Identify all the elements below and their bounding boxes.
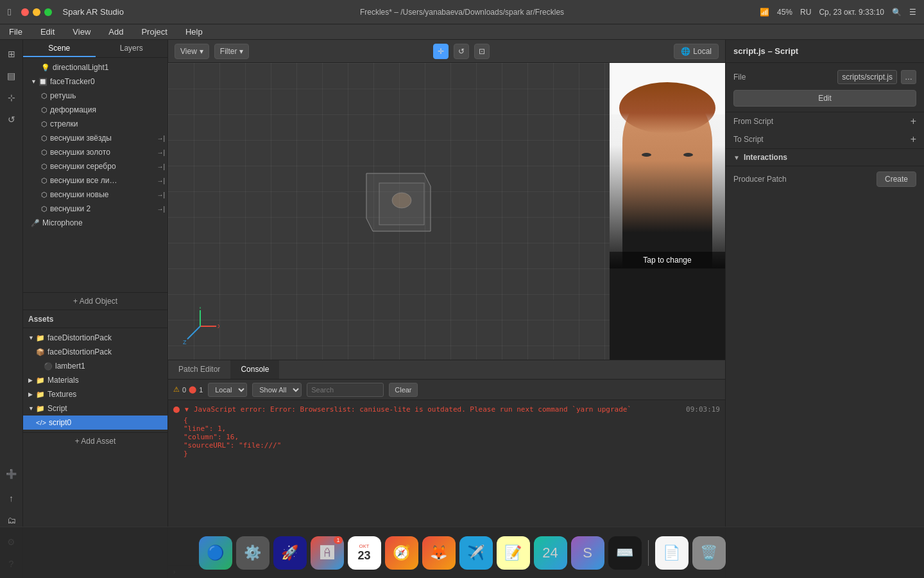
folder-icon: 📁: [36, 334, 45, 342]
item-icon: ⬡: [41, 148, 47, 157]
menu-icon[interactable]: ☰: [909, 8, 916, 17]
traffic-lights[interactable]: [21, 8, 52, 16]
dock-safari[interactable]: 🧭: [385, 536, 418, 570]
dock-calendar[interactable]: ОКТ 23: [348, 536, 381, 570]
tree-item-freckles-all[interactable]: ⬡ веснушки все ли… →|: [23, 173, 167, 188]
tree-item-freckles-stars[interactable]: ⬡ веснушки звёзды →|: [23, 131, 167, 145]
tap-to-change-overlay[interactable]: Tap to change: [610, 252, 725, 268]
menu-view[interactable]: View: [69, 26, 94, 38]
dock-app-24[interactable]: 24: [534, 536, 567, 570]
item-icon: ⬡: [41, 134, 47, 143]
package-icon: 📦: [36, 348, 45, 356]
sidebar-nodes-icon[interactable]: ⊹: [3, 89, 21, 107]
tree-item-freckles-new[interactable]: ⬡ веснушки новые →|: [23, 188, 167, 202]
tree-item-facetracker0[interactable]: ▼ 🔲 faceTracker0: [23, 74, 167, 89]
search-icon[interactable]: 🔍: [892, 8, 902, 17]
dock-trash[interactable]: 🗑️: [692, 536, 726, 570]
right-panel: script.js – Script File scripts/script.j…: [725, 40, 924, 578]
expand-arrow-icon: ▼: [28, 335, 36, 341]
add-asset-button[interactable]: + Add Asset: [75, 437, 116, 446]
item-icon: ⬡: [41, 191, 47, 199]
dock-system-prefs[interactable]: ⚙️: [236, 536, 270, 570]
sidebar-assets-icon[interactable]: ↺: [3, 110, 21, 128]
wifi-icon: 📶: [760, 8, 769, 17]
local-button[interactable]: 🌐 Local: [674, 44, 719, 59]
tab-patch-editor[interactable]: Patch Editor: [168, 360, 230, 379]
asset-textures[interactable]: ▶ 📁 Textures: [23, 387, 167, 401]
tree-item-retush[interactable]: ⬡ ретушь: [23, 89, 167, 103]
create-button[interactable]: Create: [877, 171, 916, 187]
menu-edit[interactable]: Edit: [37, 26, 58, 38]
dock-firefox[interactable]: 🦊: [422, 536, 456, 570]
asset-materials[interactable]: ▶ 📁 Materials: [23, 373, 167, 387]
filter-dropdown[interactable]: Filter ▾: [214, 44, 250, 59]
expand-error-arrow[interactable]: ▼: [184, 406, 190, 414]
tab-console[interactable]: Console: [230, 360, 279, 379]
sidebar-grid-icon[interactable]: ⊞: [3, 45, 21, 63]
file-browse-button[interactable]: …: [901, 70, 916, 84]
show-all-dropdown[interactable]: Show All: [252, 383, 302, 397]
fullscreen-button[interactable]: [44, 8, 52, 16]
3d-viewport[interactable]: X Y Z: [168, 63, 610, 360]
asset-facedistortion-pack[interactable]: ▼ 📁 faceDistortionPack: [23, 331, 167, 345]
clear-button[interactable]: Clear: [389, 383, 417, 397]
from-script-add-button[interactable]: +: [911, 116, 916, 127]
dock-notes[interactable]: 📝: [497, 536, 530, 570]
move-tool-button[interactable]: ✛: [433, 44, 449, 59]
dock-spark[interactable]: S: [571, 536, 604, 570]
view-dropdown[interactable]: View ▾: [175, 44, 209, 59]
light-icon: 💡: [41, 64, 50, 72]
to-script-add-button[interactable]: +: [911, 134, 916, 145]
edit-button[interactable]: Edit: [733, 90, 916, 107]
tree-item-deformaciya[interactable]: ⬡ деформация: [23, 103, 167, 117]
menu-file[interactable]: File: [5, 26, 26, 38]
dock-app-store[interactable]: 🅰 1: [311, 536, 344, 570]
rotate-tool-button[interactable]: ↺: [454, 44, 469, 59]
asset-script0[interactable]: </> script0: [23, 416, 167, 430]
console-search-input[interactable]: [307, 383, 384, 397]
title-bar-right: 📶 45% RU Ср, 23 окт. 9:33:10 🔍 ☰: [760, 8, 916, 17]
tree-item-freckles-2[interactable]: ⬡ веснушки 2 →|: [23, 202, 167, 216]
menu-project[interactable]: Project: [137, 26, 171, 38]
item-icon: ⬡: [41, 120, 47, 128]
tree-item-microphone[interactable]: 🎤 Microphone: [23, 216, 167, 230]
tree-item-freckles-gold[interactable]: ⬡ веснушки золото →|: [23, 145, 167, 159]
dock-terminal[interactable]: ⌨️: [608, 536, 642, 570]
asset-lambert1[interactable]: ⚫ lambert1: [23, 359, 167, 373]
tree-item-strelki[interactable]: ⬡ стрелки: [23, 117, 167, 131]
file-path-value: scripts/script.js: [837, 70, 897, 84]
microphone-icon: 🎤: [31, 219, 40, 227]
tab-scene[interactable]: Scene: [23, 40, 96, 57]
tab-layers[interactable]: Layers: [96, 40, 168, 57]
dock-launchpad[interactable]: 🚀: [273, 536, 307, 570]
scale-tool-button[interactable]: ⊡: [474, 44, 490, 59]
local-filter-dropdown[interactable]: Local: [208, 383, 247, 397]
sidebar-up-icon[interactable]: ↑: [3, 489, 21, 507]
sidebar-layers-icon[interactable]: ▤: [3, 67, 21, 85]
asset-script-folder[interactable]: ▼ 📁 Script: [23, 401, 167, 416]
menu-bar: File Edit View Add Project Help: [0, 24, 924, 40]
right-panel-header: script.js – Script: [726, 40, 924, 63]
sidebar-add-icon[interactable]: ➕: [3, 468, 21, 486]
add-object-button[interactable]: + Add Object: [73, 297, 117, 306]
scene-object: [354, 167, 443, 246]
minimize-button[interactable]: [33, 8, 40, 16]
tree-item-freckles-silver[interactable]: ⬡ веснушки серебро →|: [23, 159, 167, 173]
dock-telegram[interactable]: ✈️: [459, 536, 493, 570]
dock-documents[interactable]: 📄: [655, 536, 689, 570]
dock-finder[interactable]: 🔵: [199, 536, 232, 570]
menu-help[interactable]: Help: [182, 26, 207, 38]
menu-add[interactable]: Add: [105, 26, 127, 38]
interactions-header[interactable]: ▼ Interactions: [726, 148, 924, 166]
to-script-label: To Script: [733, 135, 764, 144]
close-button[interactable]: [21, 8, 29, 16]
console-toolbar: ⚠ 0 ⬤ 1 Local Show All Clear: [168, 380, 725, 400]
tree-item-directionallight1[interactable]: 💡 directionalLight1: [23, 60, 167, 74]
viewport-row: X Y Z: [168, 63, 725, 360]
asset-facedistortion-child[interactable]: 📦 faceDistortionPack: [23, 345, 167, 359]
tracker-icon: 🔲: [38, 78, 47, 86]
interactions-label: Interactions: [744, 153, 787, 162]
item-icon: ⬡: [41, 106, 47, 114]
expand-arrow-icon: ▼: [28, 405, 36, 412]
error-time: 09:03:19: [686, 405, 720, 414]
